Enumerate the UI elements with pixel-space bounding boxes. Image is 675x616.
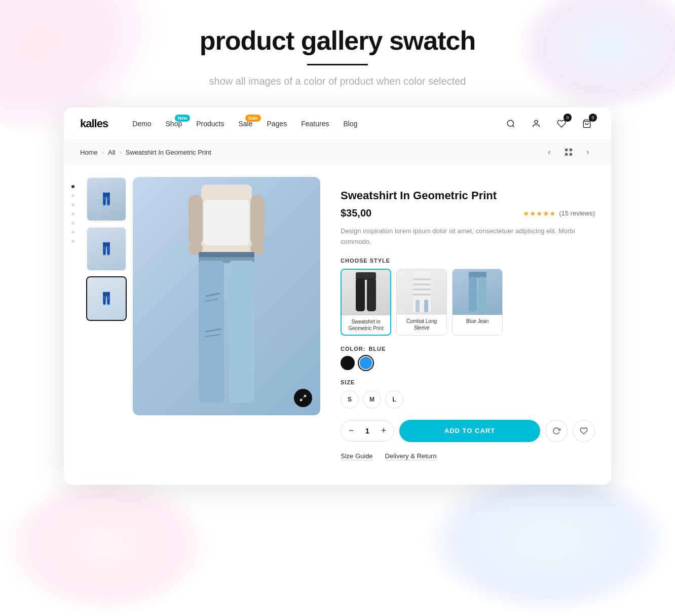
decrease-quantity-button[interactable]: − (343, 421, 359, 441)
svg-rect-7 (570, 153, 572, 156)
svg-rect-4 (565, 149, 568, 151)
style-label-2: Combat Long Sleeve (397, 315, 446, 334)
search-icon[interactable] (503, 116, 519, 132)
sidebar-dot-1[interactable] (71, 185, 74, 188)
svg-rect-35 (469, 277, 477, 311)
style-image-2 (397, 269, 446, 315)
nav-link-products[interactable]: Products (196, 120, 224, 128)
increase-quantity-button[interactable]: + (376, 421, 392, 441)
shop-badge: New (175, 115, 191, 122)
nav-link-features[interactable]: Features (301, 120, 329, 128)
quantity-control: − 1 + (341, 420, 394, 442)
svg-rect-9 (204, 200, 249, 245)
delivery-return-link[interactable]: Delivery & Return (385, 452, 437, 460)
sidebar-dot-7[interactable] (71, 240, 74, 243)
gallery-section: 👖 👖 👖 (82, 165, 611, 485)
cart-row: − 1 + ADD TO CART (341, 420, 595, 442)
wishlist-button[interactable] (573, 420, 595, 442)
thumbnail-3[interactable]: 👖 (86, 276, 127, 321)
svg-rect-36 (478, 277, 486, 311)
color-label: COLOR: (341, 346, 365, 352)
links-row: Size Guide Delivery & Return (341, 452, 595, 460)
size-guide-link[interactable]: Size Guide (341, 452, 373, 460)
nav-link-demo[interactable]: Demo (132, 120, 151, 128)
size-m-button[interactable]: M (363, 390, 381, 409)
svg-rect-15 (199, 252, 254, 257)
style-label-1: Sweatshirt in Geometric Print (342, 315, 390, 335)
size-l-button[interactable]: L (385, 390, 403, 409)
cart-badge: 0 (589, 114, 597, 122)
style-option-2[interactable]: Combat Long Sleeve (396, 269, 447, 336)
store-nav: kalles Demo Shop New Products Sale Sale … (64, 107, 611, 140)
breadcrumb-bar: Home › All › Sweatshirt In Geometric Pri… (64, 140, 611, 165)
product-image-display (133, 177, 320, 415)
svg-rect-11 (250, 195, 265, 245)
thumbnail-2[interactable]: 👖 (86, 227, 127, 271)
refresh-button[interactable] (545, 420, 568, 442)
sidebar-dot-2[interactable] (71, 194, 74, 197)
add-to-cart-button[interactable]: ADD TO CART (399, 420, 540, 442)
wishlist-badge: 0 (564, 114, 572, 122)
sale-badge: Sale (245, 115, 261, 122)
sidebar-dot-4[interactable] (71, 212, 74, 215)
nav-links: Demo Shop New Products Sale Sale Pages F… (132, 120, 503, 128)
rating-stars: ★★★★★ (523, 209, 556, 218)
account-icon[interactable] (528, 116, 544, 132)
color-section: COLOR: BLUE (341, 346, 595, 370)
size-s-button[interactable]: S (341, 390, 359, 409)
thumbnail-list: 👖 👖 👖 (86, 177, 127, 473)
style-grid: Sweatshirt in Geometric Print (341, 269, 595, 336)
nav-link-pages[interactable]: Pages (267, 120, 287, 128)
nav-link-blog[interactable]: Blog (343, 120, 357, 128)
size-label: SIZE (341, 379, 595, 385)
svg-point-2 (535, 120, 538, 123)
nav-link-shop[interactable]: Shop New (166, 120, 182, 128)
sidebar-dot-5[interactable] (71, 222, 74, 225)
breadcrumb-home[interactable]: Home (80, 149, 98, 156)
style-option-3[interactable]: Blue Jean (452, 269, 503, 336)
wishlist-icon[interactable]: 0 (553, 116, 570, 132)
expand-image-button[interactable] (294, 389, 312, 407)
svg-rect-16 (199, 261, 224, 403)
hero-section: product gallery swatch show all images o… (200, 25, 475, 87)
svg-rect-6 (565, 153, 568, 156)
store-logo: kalles (80, 117, 108, 130)
nav-link-sale[interactable]: Sale Sale (238, 120, 252, 128)
color-swatches (341, 356, 595, 370)
product-price-row: $35,00 ★★★★★ (15 reviews) (341, 207, 595, 219)
svg-rect-25 (356, 278, 365, 311)
sidebar-dots (64, 165, 82, 485)
sidebar-dot-6[interactable] (71, 231, 74, 234)
prev-product-button[interactable]: ‹ (542, 145, 556, 159)
size-options: S M L (341, 390, 595, 409)
grid-view-icon[interactable] (561, 145, 576, 159)
product-info: Sweatshirt In Geometric Print $35,00 ★★★… (326, 177, 611, 473)
svg-rect-5 (570, 149, 572, 151)
style-label-3: Blue Jean (453, 315, 502, 328)
choose-style-label: CHOOSE STYLE (341, 258, 595, 264)
svg-rect-33 (424, 300, 428, 312)
color-swatch-black[interactable] (341, 356, 355, 370)
product-description: Design inspiration lorem ipsum dolor sit… (341, 226, 595, 247)
nav-icons: 0 0 (503, 116, 595, 132)
style-image-3 (453, 269, 502, 315)
sidebar-dot-3[interactable] (71, 203, 74, 206)
color-swatch-blue[interactable] (359, 356, 373, 370)
product-rating: ★★★★★ (15 reviews) (523, 209, 595, 218)
svg-point-0 (507, 120, 513, 126)
rating-count: (15 reviews) (559, 209, 595, 217)
breadcrumb-all[interactable]: All (108, 149, 115, 156)
breadcrumb-current: Sweatshirt In Geometric Print (126, 149, 211, 156)
svg-rect-10 (189, 195, 203, 245)
style-option-1[interactable]: Sweatshirt in Geometric Print (341, 269, 391, 336)
hero-divider (307, 64, 368, 65)
next-product-button[interactable]: › (581, 145, 595, 159)
main-product-image (133, 177, 320, 415)
thumbnail-1[interactable]: 👖 (86, 177, 127, 222)
product-price: $35,00 (341, 207, 371, 219)
store-window: kalles Demo Shop New Products Sale Sale … (64, 107, 611, 485)
cart-icon[interactable]: 0 (579, 116, 595, 132)
product-area: 👖 👖 👖 (64, 165, 611, 485)
svg-line-1 (512, 125, 514, 127)
svg-rect-26 (367, 278, 376, 311)
